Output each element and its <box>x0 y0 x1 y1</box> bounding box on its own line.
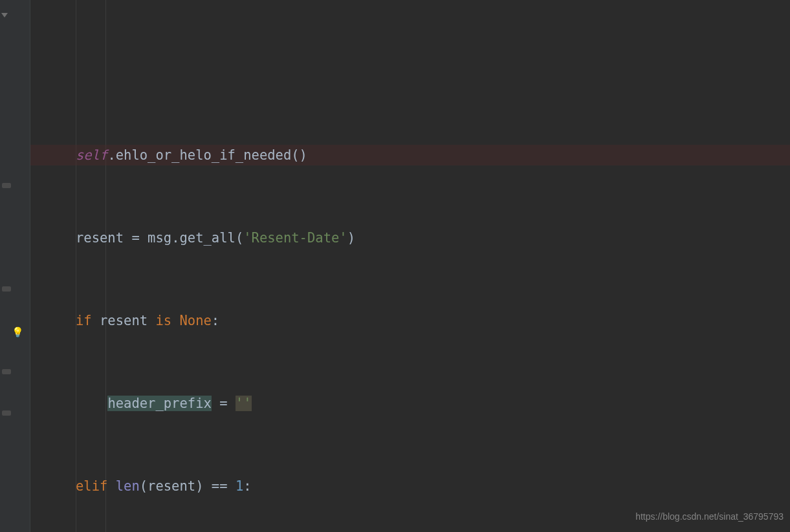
code-line[interactable]: header_prefix = '' <box>30 393 790 414</box>
gutter-marker[interactable] <box>2 286 11 292</box>
gutter-marker[interactable] <box>2 183 11 188</box>
gutter-marker[interactable] <box>2 410 11 416</box>
gutter-marker[interactable] <box>2 369 11 374</box>
bulb-icon[interactable]: 💡 <box>12 326 24 338</box>
code-line[interactable]: resent = msg.get_all('Resent-Date') <box>30 228 790 248</box>
code-line[interactable]: elif len(resent) == 1: <box>30 476 790 496</box>
gutter: 💡 <box>0 0 30 532</box>
code-line[interactable]: if resent is None: <box>30 310 790 331</box>
code-line[interactable]: self.ehlo_or_helo_if_needed() <box>30 145 790 165</box>
fold-icon[interactable] <box>1 13 8 17</box>
watermark: https://blog.csdn.net/sinat_36795793 <box>635 506 784 527</box>
code[interactable]: self.ehlo_or_helo_if_needed() resent = m… <box>30 0 790 532</box>
editor: 💡 self.ehlo_or_helo_if_needed() resent =… <box>0 0 790 532</box>
